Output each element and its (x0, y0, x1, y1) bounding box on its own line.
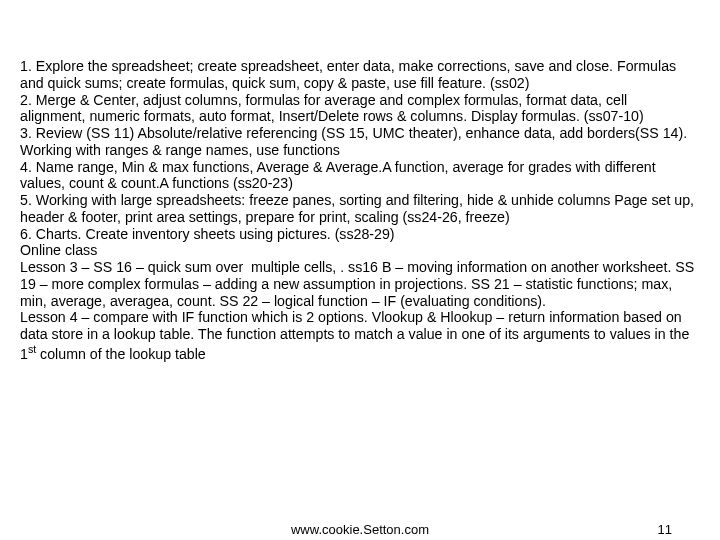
footer-url: www.cookie.Setton.com (0, 522, 720, 537)
slide-page: 1. Explore the spreadsheet; create sprea… (0, 0, 720, 540)
body-text: 1. Explore the spreadsheet; create sprea… (20, 58, 696, 362)
page-number: 11 (658, 522, 672, 537)
